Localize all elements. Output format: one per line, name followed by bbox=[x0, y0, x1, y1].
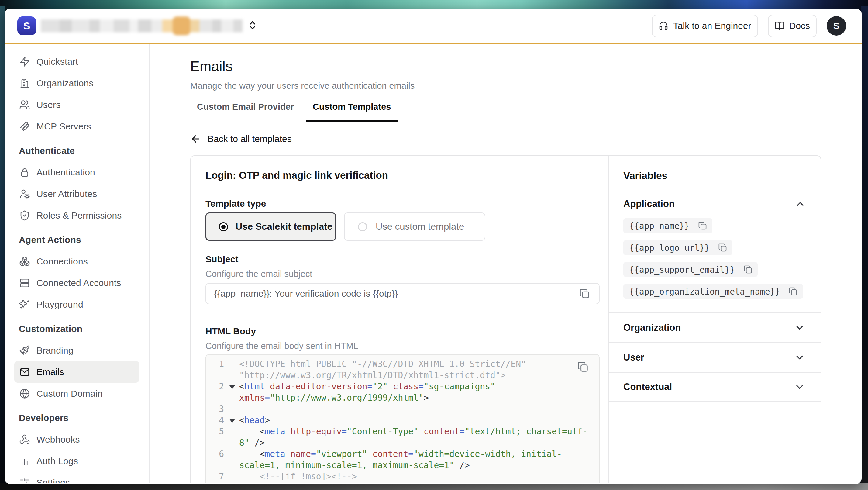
accordion-divider bbox=[609, 401, 820, 402]
code-text: 8" /> bbox=[239, 437, 599, 448]
sidebar-item-connected-accounts[interactable]: Connected Accounts bbox=[14, 272, 139, 294]
copy-variable-button[interactable] bbox=[743, 265, 752, 274]
lock-icon bbox=[19, 166, 30, 178]
radio-use-custom-template[interactable]: Use custom template bbox=[344, 212, 485, 241]
docs-button[interactable]: Docs bbox=[768, 14, 817, 37]
sidebar-item-user-attributes[interactable]: User Attributes bbox=[14, 183, 139, 205]
sidebar-item-quickstart[interactable]: Quickstart bbox=[14, 51, 139, 72]
code-token: /> bbox=[250, 438, 265, 448]
copy-html-body-button[interactable] bbox=[577, 361, 589, 373]
code-line: 8" /> bbox=[206, 437, 599, 448]
sparkles-icon bbox=[19, 299, 30, 310]
sidebar-item-roles-permissions[interactable]: Roles & Permissions bbox=[14, 205, 139, 226]
server-icon bbox=[19, 277, 30, 289]
sidebar-item-label: Emails bbox=[36, 367, 64, 377]
line-number bbox=[206, 437, 224, 448]
copy-subject-button[interactable] bbox=[579, 288, 590, 299]
code-token bbox=[285, 449, 290, 459]
sidebar-item-organizations[interactable]: Organizations bbox=[14, 72, 139, 94]
html-body-code-editor[interactable]: 1<!DOCTYPE html PUBLIC "-//W3C//DTD XHTM… bbox=[206, 354, 600, 483]
sidebar-item-connections[interactable]: Connections bbox=[14, 250, 139, 272]
code-token: > bbox=[424, 393, 429, 403]
app-window: S Talk to an Engineer Docs S Quickst bbox=[5, 8, 862, 484]
sidebar-item-emails[interactable]: Emails bbox=[14, 361, 139, 383]
variable-chip[interactable]: {{app_organization_meta_name}} bbox=[623, 284, 803, 299]
sidebar-item-playground[interactable]: Playground bbox=[14, 294, 139, 315]
talk-to-engineer-button[interactable]: Talk to an Engineer bbox=[652, 14, 758, 37]
copy-icon bbox=[718, 243, 727, 252]
code-token: "viewport" bbox=[316, 449, 367, 459]
fold-gutter bbox=[224, 392, 239, 403]
variables-heading: Variables bbox=[623, 170, 806, 181]
fold-gutter bbox=[224, 437, 239, 448]
sidebar-item-branding[interactable]: Branding bbox=[14, 340, 139, 361]
variable-chip-text: {{app_organization_meta_name}} bbox=[629, 287, 780, 296]
sidebar-item-custom-domain[interactable]: Custom Domain bbox=[14, 383, 139, 404]
code-token: "width=device-width, initial- bbox=[413, 449, 562, 459]
sidebar-item-label: Connections bbox=[36, 256, 88, 267]
sidebar-item-label: Custom Domain bbox=[36, 389, 103, 399]
accordion-user[interactable]: User bbox=[609, 342, 820, 372]
tab-custom-templates[interactable]: Custom Templates bbox=[306, 93, 398, 122]
line-number: 6 bbox=[206, 448, 224, 460]
sidebar-item-authentication[interactable]: Authentication bbox=[14, 161, 139, 183]
tab-custom-email-provider[interactable]: Custom Email Provider bbox=[190, 93, 301, 122]
code-token: "Content-Type" bbox=[347, 426, 418, 436]
sidebar-item-users[interactable]: Users bbox=[14, 94, 139, 116]
code-text: <!--[if !mso]><!--> bbox=[239, 471, 599, 482]
desktop-gradient-right bbox=[861, 6, 868, 490]
accordion-organization[interactable]: Organization bbox=[609, 312, 820, 342]
copy-variable-button[interactable] bbox=[698, 221, 707, 231]
sidebar: QuickstartOrganizationsUsersMCP ServersA… bbox=[5, 44, 150, 483]
sidebar-item-label: Settings bbox=[36, 478, 70, 483]
fold-gutter bbox=[224, 370, 239, 381]
arrow-left-icon bbox=[190, 133, 201, 144]
sidebar-item-label: Users bbox=[36, 100, 60, 110]
fold-gutter bbox=[224, 426, 239, 437]
variable-chip[interactable]: {{app_name}} bbox=[623, 218, 712, 233]
code-token: "http://www.w3.org/TR/xhtml1/DTD/xhtml1-… bbox=[239, 370, 506, 380]
fold-arrow-icon[interactable] bbox=[224, 415, 239, 426]
sidebar-item-settings[interactable]: Settings bbox=[14, 472, 139, 483]
sidebar-section-label: Customization bbox=[19, 324, 82, 334]
sidebar-item-label: Branding bbox=[36, 345, 73, 356]
radio-selected-icon bbox=[219, 222, 228, 231]
subject-input[interactable]: {{app_name}}: Your verification code is … bbox=[206, 283, 600, 304]
fold-arrow-icon[interactable] bbox=[224, 381, 239, 392]
user-avatar[interactable]: S bbox=[827, 16, 846, 36]
talk-to-engineer-label: Talk to an Engineer bbox=[673, 21, 751, 31]
accordion-application[interactable]: Application bbox=[623, 198, 806, 209]
copy-variable-button[interactable] bbox=[788, 287, 798, 296]
sidebar-item-label: Quickstart bbox=[36, 57, 78, 67]
sidebar-item-auth-logs[interactable]: Auth Logs bbox=[14, 450, 139, 472]
radio-use-scalekit-template[interactable]: Use Scalekit template bbox=[206, 212, 336, 241]
code-line: 2<html data-editor-version="2" class="sg… bbox=[206, 381, 599, 392]
code-text bbox=[239, 403, 599, 415]
sidebar-item-mcp-servers[interactable]: MCP Servers bbox=[14, 116, 139, 137]
accordion-label: User bbox=[623, 352, 644, 363]
topbar-actions: Talk to an Engineer Docs S bbox=[652, 14, 846, 37]
code-token: < bbox=[239, 415, 244, 425]
chevron-down-icon bbox=[794, 352, 805, 363]
fold-gutter bbox=[224, 471, 239, 482]
code-token: = bbox=[311, 449, 316, 459]
code-token: class bbox=[393, 381, 418, 392]
code-text: scale=1, minimum-scale=1, maximum-scale=… bbox=[239, 460, 599, 471]
code-token: "text/html; charset=utf- bbox=[465, 426, 588, 436]
code-line: 3 bbox=[206, 403, 599, 415]
shield-check-icon bbox=[19, 210, 30, 221]
code-token: "http://www.w3.org/1999/xhtml" bbox=[270, 393, 424, 403]
paintbrush-icon bbox=[19, 345, 30, 356]
copy-variable-button[interactable] bbox=[718, 243, 727, 252]
back-to-templates-link[interactable]: Back to all templates bbox=[190, 133, 292, 144]
code-token: head bbox=[244, 415, 265, 425]
code-token: content bbox=[424, 426, 460, 436]
variable-chip[interactable]: {{app_support_email}} bbox=[623, 262, 758, 277]
org-switcher[interactable]: S bbox=[17, 17, 258, 35]
fold-gutter bbox=[224, 460, 239, 471]
sidebar-item-label: MCP Servers bbox=[36, 121, 91, 132]
accordion-contextual[interactable]: Contextual bbox=[609, 372, 820, 401]
sidebar-item-webhooks[interactable]: Webhooks bbox=[14, 429, 139, 450]
variable-chip[interactable]: {{app_logo_url}} bbox=[623, 240, 733, 255]
variable-chip-text: {{app_name}} bbox=[629, 221, 690, 231]
